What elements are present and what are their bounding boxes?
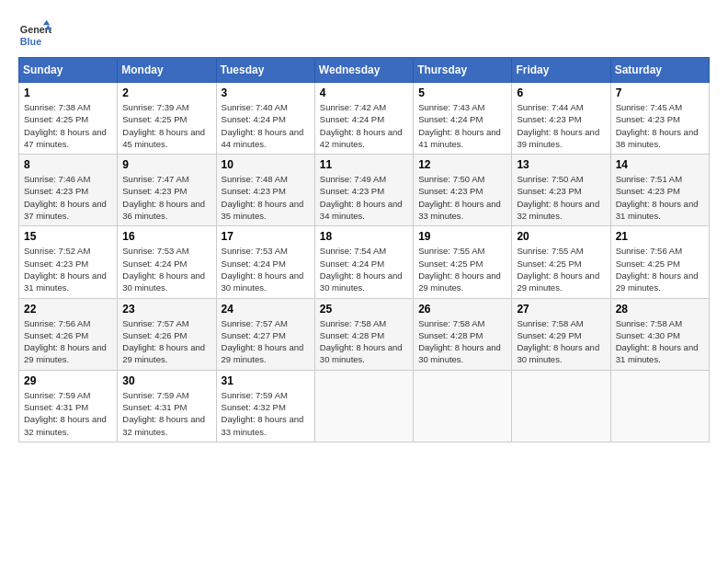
- sunrise-label: Sunrise:: [122, 246, 157, 256]
- calendar-day-cell: 23 Sunrise: 7:57 AM Sunset: 4:26 PM Dayl…: [118, 298, 216, 370]
- day-number: 12: [418, 158, 506, 171]
- calendar-day-cell: 20 Sunrise: 7:55 AM Sunset: 4:25 PM Dayl…: [512, 226, 610, 298]
- day-info: Sunrise: 7:59 AM Sunset: 4:31 PM Dayligh…: [24, 389, 112, 438]
- sunrise-label: Sunrise:: [616, 318, 651, 328]
- sunset-value: 4:31 PM: [56, 402, 88, 412]
- sunrise-value: 7:55 AM: [552, 246, 584, 256]
- sunrise-label: Sunrise:: [222, 318, 256, 328]
- sunset-value: 4:23 PM: [154, 186, 187, 196]
- calendar-week-row: 1 Sunrise: 7:38 AM Sunset: 4:25 PM Dayli…: [19, 83, 710, 155]
- page-header: General Blue: [18, 18, 710, 52]
- sunset-label: Sunset:: [320, 330, 352, 340]
- day-number: 20: [517, 230, 605, 243]
- calendar-day-cell: 13 Sunrise: 7:50 AM Sunset: 4:23 PM Dayl…: [512, 155, 610, 226]
- day-info: Sunrise: 7:45 AM Sunset: 4:23 PM Dayligh…: [616, 101, 704, 150]
- calendar-day-cell: 19 Sunrise: 7:55 AM Sunset: 4:25 PM Dayl…: [414, 226, 512, 298]
- day-number: 8: [24, 158, 112, 171]
- day-number: 3: [222, 86, 310, 99]
- sunset-label: Sunset:: [418, 330, 450, 340]
- sunset-value: 4:32 PM: [253, 402, 285, 412]
- sunrise-label: Sunrise:: [24, 390, 59, 400]
- sunrise-label: Sunrise:: [418, 174, 453, 184]
- sunrise-value: 7:49 AM: [354, 174, 386, 184]
- sunset-value: 4:25 PM: [56, 114, 88, 124]
- day-number: 15: [24, 230, 112, 243]
- sunset-value: 4:25 PM: [648, 259, 680, 269]
- day-number: 17: [222, 230, 310, 243]
- calendar-day-cell: 17 Sunrise: 7:53 AM Sunset: 4:24 PM Dayl…: [216, 226, 314, 298]
- sunset-label: Sunset:: [222, 186, 254, 196]
- calendar-day-cell: 3 Sunrise: 7:40 AM Sunset: 4:24 PM Dayli…: [216, 83, 314, 155]
- sunset-label: Sunset:: [320, 114, 352, 124]
- sunrise-label: Sunrise:: [320, 174, 355, 184]
- sunset-label: Sunset:: [122, 330, 154, 340]
- sunset-value: 4:24 PM: [352, 259, 384, 269]
- weekday-header: Friday: [512, 58, 610, 83]
- sunrise-value: 7:46 AM: [59, 174, 91, 184]
- daylight-label: Daylight: 8 hours and 30 minutes.: [320, 342, 403, 364]
- day-info: Sunrise: 7:50 AM Sunset: 4:23 PM Dayligh…: [418, 173, 506, 222]
- sunrise-value: 7:56 AM: [650, 246, 682, 256]
- daylight-label: Daylight: 8 hours and 29 minutes.: [517, 270, 599, 293]
- sunrise-label: Sunrise:: [320, 246, 355, 256]
- sunrise-value: 7:42 AM: [354, 102, 386, 112]
- daylight-label: Daylight: 8 hours and 29 minutes.: [616, 270, 699, 293]
- daylight-label: Daylight: 8 hours and 44 minutes.: [222, 127, 304, 149]
- day-info: Sunrise: 7:42 AM Sunset: 4:24 PM Dayligh…: [320, 101, 408, 150]
- day-number: 26: [418, 303, 506, 316]
- day-number: 14: [616, 158, 704, 171]
- day-number: 4: [320, 86, 408, 99]
- sunset-value: 4:25 PM: [549, 259, 581, 269]
- daylight-label: Daylight: 8 hours and 33 minutes.: [418, 199, 501, 221]
- sunset-label: Sunset:: [616, 259, 648, 269]
- sunrise-value: 7:43 AM: [453, 102, 485, 112]
- sunset-value: 4:28 PM: [352, 330, 384, 340]
- day-info: Sunrise: 7:52 AM Sunset: 4:23 PM Dayligh…: [24, 245, 112, 293]
- sunset-label: Sunset:: [122, 186, 154, 196]
- day-info: Sunrise: 7:38 AM Sunset: 4:25 PM Dayligh…: [24, 101, 112, 150]
- day-info: Sunrise: 7:56 AM Sunset: 4:25 PM Dayligh…: [616, 245, 704, 293]
- calendar-day-cell: 1 Sunrise: 7:38 AM Sunset: 4:25 PM Dayli…: [19, 83, 118, 155]
- sunrise-value: 7:52 AM: [59, 246, 91, 256]
- calendar-day-cell: [512, 370, 610, 442]
- calendar-day-cell: 10 Sunrise: 7:48 AM Sunset: 4:23 PM Dayl…: [216, 155, 314, 226]
- sunrise-label: Sunrise:: [320, 102, 355, 112]
- calendar-week-row: 8 Sunrise: 7:46 AM Sunset: 4:23 PM Dayli…: [19, 155, 710, 226]
- sunset-value: 4:28 PM: [450, 330, 483, 340]
- sunset-value: 4:23 PM: [56, 186, 88, 196]
- calendar-week-row: 15 Sunrise: 7:52 AM Sunset: 4:23 PM Dayl…: [19, 226, 710, 298]
- sunset-label: Sunset:: [222, 330, 254, 340]
- sunrise-value: 7:38 AM: [59, 102, 91, 112]
- sunset-value: 4:25 PM: [450, 259, 483, 269]
- day-info: Sunrise: 7:58 AM Sunset: 4:28 PM Dayligh…: [418, 317, 506, 366]
- sunset-value: 4:24 PM: [450, 114, 483, 124]
- sunrise-value: 7:45 AM: [650, 102, 682, 112]
- sunset-label: Sunset:: [517, 330, 549, 340]
- daylight-label: Daylight: 8 hours and 30 minutes.: [122, 270, 205, 293]
- day-info: Sunrise: 7:59 AM Sunset: 4:32 PM Dayligh…: [222, 389, 310, 438]
- day-info: Sunrise: 7:59 AM Sunset: 4:31 PM Dayligh…: [122, 389, 210, 438]
- daylight-label: Daylight: 8 hours and 31 minutes.: [24, 270, 107, 293]
- day-info: Sunrise: 7:58 AM Sunset: 4:29 PM Dayligh…: [517, 317, 605, 366]
- daylight-label: Daylight: 8 hours and 30 minutes.: [222, 270, 304, 293]
- sunrise-label: Sunrise:: [320, 318, 355, 328]
- sunset-label: Sunset:: [418, 259, 450, 269]
- calendar-day-cell: 14 Sunrise: 7:51 AM Sunset: 4:23 PM Dayl…: [610, 155, 709, 226]
- sunset-value: 4:23 PM: [648, 186, 680, 196]
- sunset-value: 4:24 PM: [253, 259, 285, 269]
- calendar-body: 1 Sunrise: 7:38 AM Sunset: 4:25 PM Dayli…: [19, 83, 710, 442]
- sunrise-label: Sunrise:: [418, 102, 453, 112]
- sunset-label: Sunset:: [24, 114, 56, 124]
- day-info: Sunrise: 7:39 AM Sunset: 4:25 PM Dayligh…: [122, 101, 210, 150]
- calendar-day-cell: 31 Sunrise: 7:59 AM Sunset: 4:32 PM Dayl…: [216, 370, 314, 442]
- sunset-label: Sunset:: [24, 330, 56, 340]
- sunset-value: 4:23 PM: [549, 114, 581, 124]
- day-info: Sunrise: 7:57 AM Sunset: 4:27 PM Dayligh…: [222, 317, 310, 366]
- sunrise-value: 7:58 AM: [552, 318, 584, 328]
- sunrise-value: 7:59 AM: [256, 390, 288, 400]
- weekday-header: Saturday: [610, 58, 709, 83]
- logo-icon: General Blue: [18, 18, 51, 52]
- day-number: 2: [122, 86, 210, 99]
- daylight-label: Daylight: 8 hours and 30 minutes.: [517, 342, 599, 364]
- sunset-label: Sunset:: [24, 402, 56, 412]
